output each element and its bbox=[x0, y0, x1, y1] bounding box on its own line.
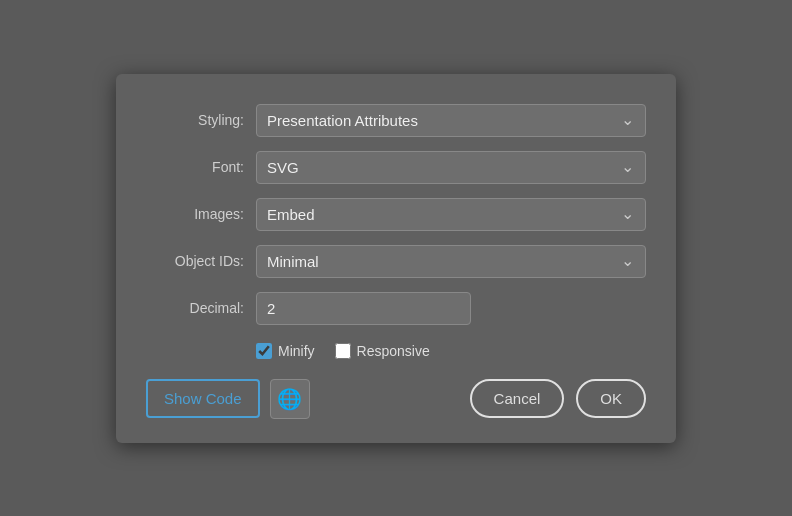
decimal-input[interactable]: 2 bbox=[256, 292, 471, 325]
styling-select[interactable]: Presentation Attributes Inline Style Int… bbox=[256, 104, 646, 137]
font-select-wrapper: SVG Convert To Outlines bbox=[256, 151, 646, 184]
globe-icon: 🌐 bbox=[277, 387, 302, 411]
decimal-label: Decimal: bbox=[146, 300, 256, 316]
images-select-wrapper: Embed Link bbox=[256, 198, 646, 231]
images-select[interactable]: Embed Link bbox=[256, 198, 646, 231]
styling-select-wrapper: Presentation Attributes Inline Style Int… bbox=[256, 104, 646, 137]
images-control: Embed Link bbox=[256, 198, 646, 231]
show-code-button[interactable]: Show Code bbox=[146, 379, 260, 418]
dialog: Styling: Presentation Attributes Inline … bbox=[116, 74, 676, 443]
images-label: Images: bbox=[146, 206, 256, 222]
buttons-row: Show Code 🌐 Cancel OK bbox=[146, 379, 646, 419]
styling-label: Styling: bbox=[146, 112, 256, 128]
responsive-label: Responsive bbox=[357, 343, 430, 359]
checkboxes-row: Minify Responsive bbox=[256, 343, 646, 359]
images-row: Images: Embed Link bbox=[146, 198, 646, 231]
object-ids-label: Object IDs: bbox=[146, 253, 256, 269]
font-label: Font: bbox=[146, 159, 256, 175]
cancel-button[interactable]: Cancel bbox=[470, 379, 565, 418]
styling-control: Presentation Attributes Inline Style Int… bbox=[256, 104, 646, 137]
object-ids-select-wrapper: Minimal Unique Layer Names bbox=[256, 245, 646, 278]
buttons-left: Show Code 🌐 bbox=[146, 379, 310, 419]
form-rows: Styling: Presentation Attributes Inline … bbox=[146, 104, 646, 325]
globe-button[interactable]: 🌐 bbox=[270, 379, 310, 419]
font-row: Font: SVG Convert To Outlines bbox=[146, 151, 646, 184]
object-ids-control: Minimal Unique Layer Names bbox=[256, 245, 646, 278]
decimal-control: 2 bbox=[256, 292, 646, 325]
responsive-checkbox-item: Responsive bbox=[335, 343, 430, 359]
font-control: SVG Convert To Outlines bbox=[256, 151, 646, 184]
minify-checkbox-item: Minify bbox=[256, 343, 315, 359]
styling-row: Styling: Presentation Attributes Inline … bbox=[146, 104, 646, 137]
responsive-checkbox[interactable] bbox=[335, 343, 351, 359]
font-select[interactable]: SVG Convert To Outlines bbox=[256, 151, 646, 184]
buttons-right: Cancel OK bbox=[470, 379, 646, 418]
object-ids-row: Object IDs: Minimal Unique Layer Names bbox=[146, 245, 646, 278]
ok-button[interactable]: OK bbox=[576, 379, 646, 418]
decimal-row: Decimal: 2 bbox=[146, 292, 646, 325]
minify-checkbox[interactable] bbox=[256, 343, 272, 359]
minify-label: Minify bbox=[278, 343, 315, 359]
object-ids-select[interactable]: Minimal Unique Layer Names bbox=[256, 245, 646, 278]
